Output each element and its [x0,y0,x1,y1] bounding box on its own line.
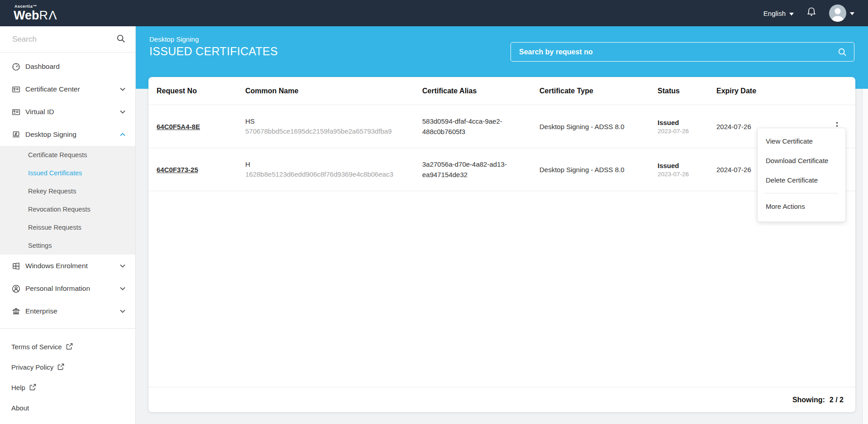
windows-icon [11,261,21,271]
sidebar-footer: Terms of Service Privacy Policy Help Abo… [0,329,135,418]
sidebar-item-windows-enrolment[interactable]: Windows Enrolment [0,255,135,277]
chevron-down-icon [120,110,125,114]
sidebar-item-label: Personal Information [25,284,90,293]
certificate-type: Desktop Signing - ADSS 8.0 [539,166,658,173]
enterprise-icon [11,306,21,316]
issued-certificates-card: Request No Common Name Certificate Alias… [148,77,855,412]
link-label: Terms of Service [11,343,62,351]
logo-company: Ascertia™ [14,5,57,9]
certificate-card-icon [11,84,21,94]
column-header-expiry-date: Expiry Date [716,87,802,95]
menu-item-download-certificate[interactable]: Download Certificate [758,151,845,170]
status-badge: Issued [658,119,716,126]
link-label: Privacy Policy [11,363,53,371]
terms-of-service-link[interactable]: Terms of Service [0,337,135,357]
dashboard-icon [11,62,21,72]
language-label: English [763,10,786,17]
sidebar-item-label: Virtual ID [25,108,54,116]
sidebar-item-label: Windows Enrolment [25,262,88,270]
desktop-signing-submenu: Certificate Requests Issued Certificates… [0,146,135,255]
app-logo: Ascertia™ WebRΛ [14,5,57,22]
status-date: 2023-07-26 [658,128,716,135]
column-header-request-no: Request No [157,87,245,95]
request-search-input[interactable] [518,48,838,57]
sidebar-search-input[interactable] [11,34,116,44]
sidebar-item-certificate-center[interactable]: Certificate Center [0,78,135,101]
menu-item-view-certificate[interactable]: View Certificate [758,131,845,151]
page-title-block: Desktop Signing ISSUED CERTIFICATES [149,35,278,58]
logo-ra: RΛ [39,9,58,22]
privacy-policy-link[interactable]: Privacy Policy [0,357,135,377]
request-no-link[interactable]: 64C0F5A4-8E [157,123,200,130]
showing-label: Showing: [792,396,825,404]
table-row: 64C0F5A4-8E HS 570678bbd5ce1695dc2159fa9… [148,105,855,148]
menu-item-delete-certificate[interactable]: Delete Certificate [758,170,845,190]
user-menu[interactable] [829,5,854,22]
caret-down-icon [850,9,854,17]
vertical-scrollbar[interactable] [862,89,868,424]
sidebar-item-personal-information[interactable]: Personal Information [0,277,135,300]
notifications-button[interactable] [806,6,817,20]
person-icon [11,284,21,294]
column-header-certificate-type: Certificate Type [539,87,658,95]
table-footer: Showing: 2 / 2 [148,387,855,412]
common-name-secondary: 570678bbd5ce1695dc2159fa95be2a65793dfba9 [245,126,395,137]
certificate-alias: 3a27056a-d70e-4a82-ad13-ea947154de32 [422,159,516,180]
request-search-box [510,42,854,62]
about-link[interactable]: About [0,398,135,418]
table-header: Request No Common Name Certificate Alias… [148,77,855,105]
common-name-secondary: 1628b8e5123d6edd906c8f76d9369e4c8b06eac3 [245,169,395,180]
external-link-icon [66,343,73,351]
menu-item-more-actions[interactable]: More Actions [758,197,845,216]
sidebar-item-label: Enterprise [25,307,57,315]
submenu-item-revocation-requests[interactable]: Revocation Requests [0,200,135,218]
request-no-link[interactable]: 64C0F373-25 [157,166,198,173]
breadcrumb: Desktop Signing [149,35,278,43]
common-name-primary: H [245,159,422,170]
chevron-down-icon [120,87,125,91]
column-header-status: Status [658,87,716,95]
submenu-item-issued-certificates[interactable]: Issued Certificates [0,164,135,182]
submenu-item-rekey-requests[interactable]: Rekey Requests [0,182,135,200]
sidebar-item-label: Dashboard [25,63,60,71]
page-title: ISSUED CERTIFICATES [149,45,278,58]
link-label: Help [11,384,25,391]
chevron-down-icon [120,287,125,290]
sidebar-search [0,26,135,53]
chevron-down-icon [120,309,125,313]
caret-down-icon [789,10,794,17]
submenu-item-reissue-requests[interactable]: Reissue Requests [0,218,135,236]
top-navbar: Ascertia™ WebRΛ English [0,0,868,26]
table-row: 64C0F373-25 H 1628b8e5123d6edd906c8f76d9… [148,148,855,191]
sidebar-item-label: Certificate Center [25,85,80,93]
bell-icon [806,6,817,20]
language-selector[interactable]: English [763,10,794,17]
external-link-icon [57,363,64,371]
row-actions-menu: View Certificate Download Certificate De… [757,128,846,222]
logo-web: Web [14,9,39,22]
submenu-item-certificate-requests[interactable]: Certificate Requests [0,146,135,164]
submenu-item-settings[interactable]: Settings [0,236,135,255]
sidebar-menu: Dashboard Certificate Center Virtual ID … [0,53,135,323]
column-header-certificate-alias: Certificate Alias [422,87,539,95]
column-header-common-name: Common Name [245,87,422,95]
search-icon[interactable] [116,34,125,45]
sidebar-item-enterprise[interactable]: Enterprise [0,300,135,323]
status-badge: Issued [658,162,716,169]
certificate-alias: 583d0594-dfaf-4cca-9ae2-488c0b7605f3 [422,116,516,137]
certificate-type: Desktop Signing - ADSS 8.0 [539,123,658,130]
help-link[interactable]: Help [0,377,135,398]
link-label: About [11,404,29,412]
search-icon[interactable] [838,48,847,57]
external-link-icon [29,384,36,392]
sidebar-item-dashboard[interactable]: Dashboard [0,55,135,78]
common-name-primary: HS [245,116,422,127]
sidebar-item-desktop-signing[interactable]: Desktop Signing [0,123,135,146]
id-card-icon [11,107,21,117]
sidebar-item-virtual-id[interactable]: Virtual ID [0,101,135,123]
showing-value: 2 / 2 [830,396,844,404]
desktop-signing-icon [11,130,21,140]
status-date: 2023-07-26 [658,171,716,178]
avatar [829,5,846,22]
menu-divider [765,193,838,193]
